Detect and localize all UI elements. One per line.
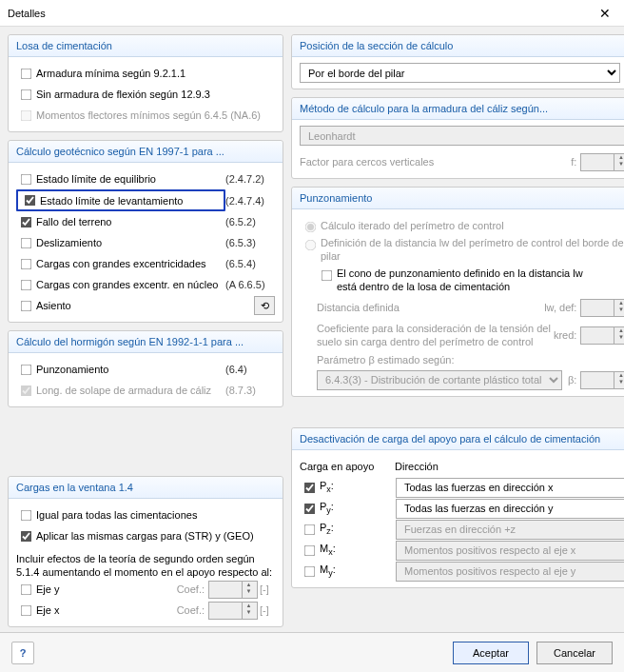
window-title: Detalles	[8, 8, 46, 19]
coef-label: Coef.:	[177, 583, 205, 595]
label-incluir: Incluir efectos de la teoría de segundo …	[16, 552, 275, 579]
label: Long. de solape de armadura de cáliz	[36, 385, 225, 396]
label: Definición de la distancia lw del períme…	[321, 236, 624, 263]
select-metodo: Leonhardt	[300, 126, 624, 146]
chk-excentricidades[interactable]	[21, 258, 32, 269]
select-my: Momentos positivos respecto al eje y	[396, 562, 624, 582]
chk-sin-armadura[interactable]	[21, 89, 32, 100]
label: Fallo del terreno	[36, 216, 225, 227]
label: Igual para todas las cimentaciones	[36, 509, 275, 521]
group-punz: Punzonamiento Cálculo iterado del períme…	[291, 187, 624, 397]
group-losa: Losa de cimentación Armadura mínima segú…	[8, 34, 283, 132]
group-metodo: Método de cálculo para la armadura del c…	[291, 97, 624, 179]
ref: (6.5.3)	[225, 237, 275, 248]
label: Eje x	[36, 604, 177, 616]
label: Sin armadura de flexión según 12.9.3	[36, 89, 275, 100]
ref: (2.4.7.4)	[225, 195, 275, 207]
coef-label: Coef.:	[177, 604, 205, 616]
label: Punzonamiento	[36, 364, 225, 375]
chk-momentos	[21, 109, 32, 121]
group-header: Losa de cimentación	[9, 35, 283, 57]
chk-px[interactable]	[304, 482, 316, 493]
chk-excentr-nucleo[interactable]	[21, 279, 32, 290]
radio-definicion	[305, 240, 317, 251]
chk-levantamiento[interactable]	[25, 195, 36, 207]
chk-aplicar[interactable]	[21, 530, 32, 542]
cancel-button[interactable]: Cancelar	[536, 642, 613, 664]
label: Armadura mínima según 9.2.1.1	[36, 68, 275, 79]
select-posicion[interactable]: Por el borde del pilar	[300, 63, 620, 83]
ref: (6.5.4)	[225, 258, 275, 269]
spin-kred: ▲▼	[580, 326, 624, 345]
chk-equilibrio[interactable]	[21, 173, 32, 185]
group-header: Punzonamiento	[292, 188, 624, 209]
label: Py:	[320, 501, 396, 515]
label: Pz:	[320, 522, 396, 536]
spin-dist: ▲▼	[580, 299, 624, 317]
label: Cargas con grandes excentricidades	[36, 258, 225, 269]
chk-punzonamiento[interactable]	[21, 364, 32, 375]
label: Cálculo iterado del perímetro de control	[321, 220, 624, 231]
spin-eje-x: ▲▼	[208, 602, 258, 620]
f-label: f:	[571, 156, 576, 168]
chk-py[interactable]	[304, 503, 316, 514]
group-hormigon: Cálculo del hormigón según EN 1992-1-1 p…	[8, 330, 283, 407]
ref: (6.5.2)	[225, 216, 275, 227]
help-icon[interactable]: ?	[11, 642, 34, 664]
sym: kred:	[554, 329, 576, 341]
chk-eje-x[interactable]	[21, 604, 32, 616]
ref: (2.4.7.2)	[225, 173, 275, 185]
unit: [-]	[258, 583, 275, 595]
settings-icon[interactable]: ⟲	[254, 296, 275, 315]
group-posicion: Posición de la sección de cálculo Por el…	[291, 34, 624, 89]
spin-f: ▲▼	[580, 153, 624, 171]
ref: (A 6.6.5)	[225, 279, 275, 290]
label: Mx:	[320, 543, 396, 557]
chk-igual[interactable]	[21, 509, 32, 521]
chk-armadura-minima[interactable]	[21, 68, 32, 79]
group-desact: Desactivación de carga del apoyo para el…	[291, 427, 624, 588]
group-geotec: Cálculo geotécnico según EN 1997-1 para …	[8, 140, 283, 323]
select-py[interactable]: Todas las fuerzas en dirección y	[396, 499, 624, 519]
sym: β:	[568, 374, 576, 385]
chk-solape	[21, 385, 32, 396]
chk-my[interactable]	[304, 565, 316, 577]
label: Parámetro β estimado según:	[317, 354, 624, 366]
select-pz: Fuerzas en dirección +z	[396, 520, 624, 540]
group-header: Cálculo del hormigón según EN 1992-1-1 p…	[9, 331, 283, 353]
label: Eje y	[36, 583, 177, 595]
group-header: Cargas en la ventana 1.4	[9, 477, 283, 499]
label: Coeficiente para la consideración de la …	[317, 322, 554, 348]
chk-asiento[interactable]	[21, 300, 32, 311]
col-header: Carga en apoyo	[300, 461, 395, 472]
chk-fallo-terreno[interactable]	[21, 216, 32, 227]
ref: (8.7.3)	[225, 385, 275, 396]
label: Px:	[320, 480, 396, 494]
label: My:	[320, 563, 396, 578]
label: Estado límite de levantamiento	[40, 195, 222, 207]
close-icon[interactable]: ✕	[594, 6, 616, 21]
group-cargas: Cargas en la ventana 1.4 Igual para toda…	[8, 476, 283, 627]
chk-cono[interactable]	[322, 270, 333, 282]
label: Asiento	[36, 300, 254, 311]
spin-eje-y: ▲▼	[208, 581, 258, 599]
label: Factor para cercos verticales	[300, 156, 571, 168]
chk-eje-y[interactable]	[21, 583, 32, 595]
group-header: Cálculo geotécnico según EN 1997-1 para …	[9, 141, 283, 163]
ref: (6.4)	[225, 364, 275, 375]
label: Aplicar las mismas cargas para (STR) y (…	[36, 530, 275, 542]
group-header: Método de cálculo para la armadura del c…	[292, 98, 624, 120]
chk-pz[interactable]	[304, 524, 316, 535]
select-mx: Momentos positivos respecto al eje x	[396, 541, 624, 561]
group-header: Desactivación de carga del apoyo para el…	[292, 428, 624, 450]
select-px[interactable]: Todas las fuerzas en dirección x	[396, 478, 624, 498]
label: Estado límite de equilibrio	[36, 173, 225, 185]
chk-mx[interactable]	[304, 544, 316, 556]
label: El cono de punzonamiento definido en la …	[337, 267, 624, 293]
radio-iterado	[305, 222, 317, 233]
col-header: Dirección	[395, 461, 439, 472]
spin-beta: ▲▼	[580, 371, 624, 389]
ok-button[interactable]: Aceptar	[453, 642, 529, 664]
label: Cargas con grandes excentr. en núcleo	[36, 279, 225, 290]
chk-deslizamiento[interactable]	[21, 237, 32, 248]
